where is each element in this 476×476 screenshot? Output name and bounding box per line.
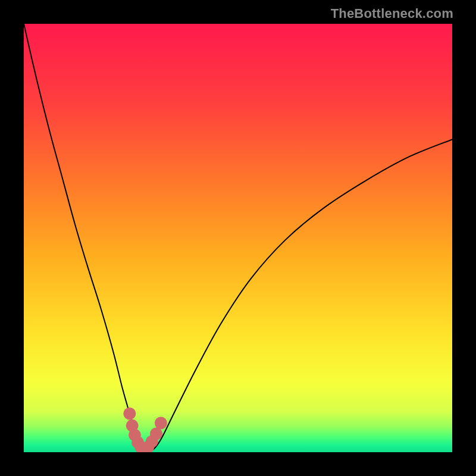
min-marker	[150, 428, 162, 440]
plot-area	[24, 24, 452, 452]
min-marker	[123, 408, 136, 420]
gradient-background	[24, 24, 452, 452]
chart-svg	[24, 24, 452, 452]
chart-frame: TheBottleneck.com	[0, 0, 476, 476]
min-marker	[155, 417, 167, 430]
watermark-text: TheBottleneck.com	[331, 6, 453, 21]
